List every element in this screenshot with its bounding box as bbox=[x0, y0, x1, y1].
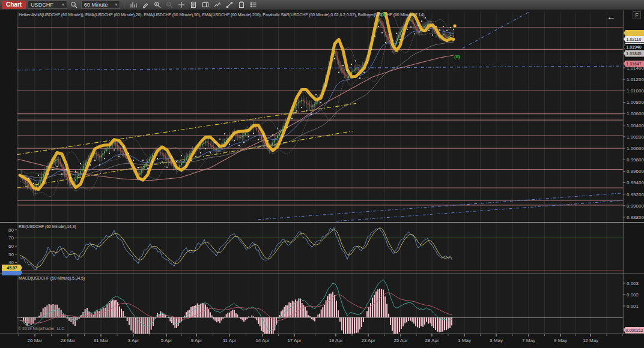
instrument-value: USDCHF bbox=[31, 2, 57, 8]
instrument-selector[interactable]: USDCHF ▾ bbox=[28, 1, 67, 9]
date-axis-label: 28 Apr bbox=[425, 338, 439, 343]
price-axis-label: 1.01200 bbox=[627, 77, 644, 82]
date-axis-label: 14 Apr bbox=[255, 338, 269, 343]
rsi-axis-label: 80 bbox=[8, 227, 14, 233]
zoom-in-icon[interactable] bbox=[152, 1, 162, 10]
price-axis-label: 1.00200 bbox=[627, 134, 644, 140]
rsi-axis-label: 50 bbox=[8, 252, 14, 257]
indicators-icon[interactable] bbox=[212, 1, 222, 10]
search-icon[interactable] bbox=[69, 1, 79, 10]
rsi-value-tag: 45.97 bbox=[2, 265, 22, 271]
date-axis-label: 28 Mar bbox=[61, 338, 76, 343]
date-axis-label: 9 May bbox=[554, 338, 567, 343]
macd-axis-label: 0.001 bbox=[627, 304, 639, 309]
price-axis-label: 1.01000 bbox=[627, 88, 644, 94]
date-axis-label: 3 Apr bbox=[128, 338, 139, 343]
properties-icon[interactable] bbox=[248, 1, 258, 10]
chart-window: Chart USDCHF ▾ 60 Minute ▾ 1.014001.0120… bbox=[0, 0, 644, 348]
chevron-down-icon: ▾ bbox=[115, 2, 118, 7]
price-axis-label: 0.98800 bbox=[627, 215, 644, 220]
interval-selector[interactable]: 60 Minute ▾ bbox=[81, 1, 121, 9]
macd-value-tag: -0.000212 bbox=[624, 327, 644, 334]
chart-canvas[interactable]: 1.014001.012001.010001.008001.006001.004… bbox=[0, 10, 644, 348]
crosshair-icon[interactable] bbox=[176, 1, 186, 10]
rsi-axis-label: 60 bbox=[8, 244, 14, 249]
zoom-out-icon[interactable] bbox=[164, 1, 174, 10]
date-axis-label: 31 Mar bbox=[94, 338, 109, 343]
date-axis-label: 17 Apr bbox=[287, 338, 301, 343]
date-axis-label: 5 Apr bbox=[161, 338, 172, 343]
fixed-scale-button[interactable]: F bbox=[633, 11, 641, 19]
price-axis-label: 0.99400 bbox=[627, 180, 644, 185]
chart-trader-icon[interactable] bbox=[200, 1, 210, 10]
toolbar: Chart USDCHF ▾ 60 Minute ▾ bbox=[0, 0, 644, 10]
date-axis-label: 25 Apr bbox=[393, 338, 407, 343]
interval-value: 60 Minute bbox=[84, 2, 111, 8]
price-axis-label: 0.99200 bbox=[627, 192, 644, 197]
price-axis-label: 1.00800 bbox=[627, 100, 644, 105]
price-axis-label: 1.00600 bbox=[627, 111, 644, 116]
price-axis-tag: 1.01940 bbox=[624, 44, 644, 50]
toolbar-separator bbox=[124, 1, 124, 8]
date-axis-label: 11 Apr bbox=[223, 338, 237, 343]
rsi-axis-label: 70 bbox=[8, 235, 14, 241]
price-axis-label: 1.00400 bbox=[627, 123, 644, 128]
date-axis-label: 12 May bbox=[583, 338, 598, 343]
price-axis-tag bbox=[624, 30, 644, 37]
price-axis-tag: 1.01845 bbox=[624, 50, 644, 57]
date-axis-label: 1 May bbox=[458, 338, 471, 343]
date-axis-label: 26 Mar bbox=[28, 338, 43, 343]
trend-line-icon[interactable] bbox=[224, 1, 234, 10]
date-axis-label: 9 Apr bbox=[191, 338, 202, 343]
chart-tab[interactable]: Chart bbox=[2, 1, 26, 9]
date-axis-label: 23 Apr bbox=[361, 338, 375, 343]
back-arrow-icon[interactable]: ← bbox=[607, 13, 616, 20]
chart-style-icon[interactable] bbox=[128, 1, 138, 10]
price-axis-label: 1.00000 bbox=[627, 146, 644, 151]
date-axis-label: 3 May bbox=[490, 338, 503, 343]
drawing-tools-icon[interactable] bbox=[140, 1, 150, 10]
price-axis-label: 0.99600 bbox=[627, 169, 644, 174]
date-axis-label: 19 Apr bbox=[329, 338, 342, 343]
strategies-icon[interactable] bbox=[236, 1, 246, 10]
chevron-down-icon: ▾ bbox=[62, 2, 64, 7]
macd-axis-label: 0.002 bbox=[627, 292, 639, 298]
price-axis-label: 0.99800 bbox=[627, 157, 644, 163]
price-axis-tag: 1.01647 bbox=[624, 61, 644, 67]
date-axis-label: 7 May bbox=[522, 338, 535, 343]
macd-axis-label: 0.003 bbox=[627, 281, 639, 286]
price-axis-tag: 1.02110 bbox=[624, 36, 644, 43]
price-axis-label: 0.99000 bbox=[627, 203, 644, 209]
data-box-icon[interactable] bbox=[188, 1, 198, 10]
